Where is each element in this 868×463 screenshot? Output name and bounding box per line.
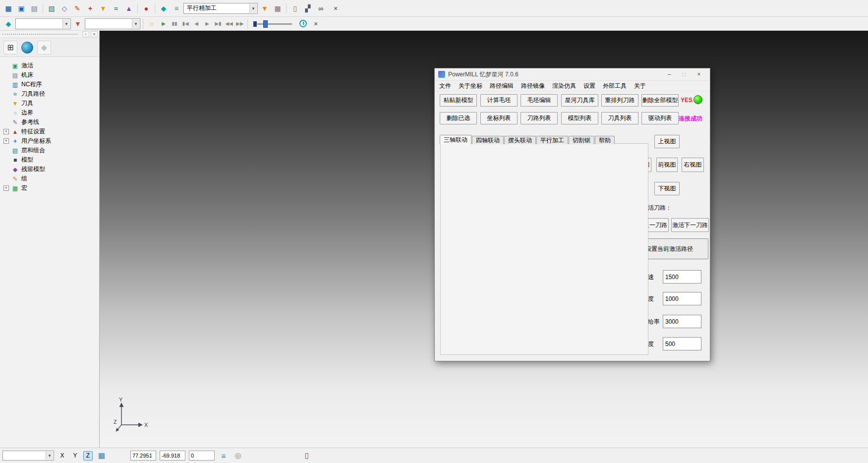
expander-icon[interactable]: + [3, 129, 9, 134]
compute-stock-button[interactable]: 计算毛坯 [480, 94, 518, 107]
sidebar-item-boundaries[interactable]: 边界 [1, 108, 98, 117]
view-top-button[interactable]: 上视图 [654, 135, 680, 148]
tool-list-button[interactable]: 刀具列表 [601, 112, 638, 124]
pause-icon[interactable]: ▮▮ [170, 18, 179, 30]
expander-icon[interactable]: + [3, 185, 9, 191]
menu-coordinates[interactable]: 关于坐标 [459, 82, 482, 90]
spindle-speed-input[interactable] [663, 270, 701, 284]
calculator-icon[interactable] [272, 2, 284, 14]
tab-3axis[interactable]: 三轴联动 [440, 135, 471, 144]
tool-wizard-icon[interactable] [259, 2, 271, 14]
sidebar-item-workplanes[interactable]: +用户坐标系 [1, 136, 98, 146]
feature-icon[interactable] [123, 2, 135, 14]
view-right-button[interactable]: 右视图 [682, 158, 704, 172]
workplane-icon[interactable] [84, 2, 96, 14]
sidebar-item-nc-programs[interactable]: NC程序 [1, 80, 98, 89]
panel-pin-icon[interactable]: ▫ [82, 31, 89, 37]
coordinate-y-field[interactable]: -69.918 [160, 451, 185, 461]
expander-icon[interactable] [3, 148, 9, 153]
sidebar-item-models[interactable]: 模型 [1, 155, 98, 165]
expander-icon[interactable] [3, 119, 9, 125]
minimize-button[interactable]: – [662, 68, 677, 80]
powermill-icon[interactable] [158, 2, 170, 14]
dialog-titlebar[interactable]: PowerMILL 忆梦星河 7.0.6 – □ × [435, 68, 710, 81]
cutting-feed-input[interactable] [663, 292, 701, 305]
sidebar-item-tools[interactable]: 刀具 [1, 99, 98, 108]
search-icon[interactable] [315, 2, 327, 14]
menu-about[interactable]: 关于 [634, 82, 646, 90]
skim-feed-input[interactable] [663, 315, 701, 328]
active-tool-icon[interactable] [72, 18, 84, 30]
panel-grip[interactable]: ▫ × [0, 31, 99, 38]
x-axis-button[interactable]: X [58, 451, 67, 461]
plunge-feed-input[interactable] [663, 337, 701, 350]
sidebar-item-macros[interactable]: +宏 [1, 183, 98, 193]
boundary-icon[interactable] [58, 2, 70, 14]
stock-edit-button[interactable]: 毛坯编辑 [521, 94, 558, 107]
z-axis-button[interactable]: Z [83, 451, 93, 461]
macro-icon[interactable] [140, 2, 152, 14]
block-icon[interactable] [46, 2, 58, 14]
tab-help[interactable]: 帮助 [595, 136, 615, 144]
expander-icon[interactable] [3, 82, 9, 87]
rewind-icon[interactable]: ◀◀ [224, 18, 234, 30]
maximize-button[interactable]: □ [677, 68, 692, 80]
toolpath-list-button[interactable]: 刀路列表 [521, 112, 558, 124]
menu-path-mirror[interactable]: 路径镜像 [521, 82, 545, 90]
cursor-position-icon[interactable]: ◎ [232, 450, 243, 461]
toolbar-close-icon[interactable]: × [330, 2, 342, 14]
display-icon[interactable]: ▯ [301, 450, 312, 461]
tab-saw[interactable]: 切割锯 [569, 136, 594, 144]
menu-settings[interactable]: 设置 [583, 82, 595, 90]
expander-icon[interactable] [3, 101, 9, 106]
paste-model-button[interactable]: 粘贴新模型 [440, 94, 477, 107]
sim-tool-dropdown[interactable]: ▾ [85, 18, 140, 29]
sidebar-item-toolpaths[interactable]: 刀具路径 [1, 89, 98, 99]
toolpath-icon[interactable] [110, 2, 122, 14]
fast-forward-icon[interactable]: ▶▶ [235, 18, 245, 30]
close-button[interactable]: × [692, 68, 706, 80]
clock-icon[interactable] [297, 18, 309, 30]
globe-icon[interactable] [21, 42, 33, 54]
chevron-down-icon[interactable]: ▾ [46, 452, 53, 460]
expander-icon[interactable] [3, 63, 9, 68]
coord-list-button[interactable]: 坐标列表 [480, 112, 518, 124]
menu-render-simulation[interactable]: 渲染仿真 [552, 82, 576, 90]
save-icon[interactable] [15, 2, 27, 14]
play-icon[interactable]: ▶ [159, 18, 169, 30]
chevron-down-icon[interactable]: ▾ [249, 4, 257, 13]
expander-icon[interactable]: + [3, 138, 9, 144]
sidebar-item-patterns[interactable]: 参考线 [1, 117, 98, 127]
tools-icon[interactable] [302, 2, 314, 14]
drive-list-button[interactable]: 驱动列表 [641, 112, 679, 124]
menu-file[interactable]: 文件 [439, 82, 451, 90]
expander-icon[interactable] [3, 110, 9, 116]
toolbar-close-icon[interactable]: × [310, 18, 322, 30]
tool-library-button[interactable]: 星河刀具库 [561, 94, 598, 107]
step-end-icon[interactable]: ▶▮ [213, 18, 223, 30]
sidebar-item-stock-models[interactable]: 残留模型 [1, 165, 98, 174]
activate-next-button[interactable]: 激活下一刀路 [671, 218, 709, 232]
workplane-dropdown[interactable]: ▾ [2, 451, 54, 461]
sidebar-item-groups[interactable]: 组 [1, 174, 98, 183]
sidebar-item-levels-and-sets[interactable]: 层和组合 [1, 146, 98, 155]
expander-icon[interactable] [3, 176, 9, 181]
sim-toolpath-dropdown[interactable]: ▾ [15, 18, 71, 29]
tab-parallel[interactable]: 平行加工 [536, 136, 568, 144]
strategy-dropdown[interactable]: 平行精加工 ▾ [183, 3, 258, 14]
slider-handle[interactable] [263, 20, 268, 28]
delete-all-models-button[interactable]: 删除全部模型 [641, 94, 679, 107]
grid-icon[interactable]: ▦ [96, 450, 107, 461]
expander-icon[interactable] [3, 72, 9, 78]
expander-icon[interactable] [3, 157, 9, 163]
sidebar-item-feature-sets[interactable]: +特征设置 [1, 127, 98, 136]
simulation-speed-slider[interactable] [252, 19, 294, 29]
step-back-icon[interactable]: ◀ [191, 18, 201, 30]
coordinate-x-field[interactable]: 77.2951 [130, 451, 156, 461]
session-icon[interactable] [2, 2, 14, 14]
y-axis-button[interactable]: Y [70, 451, 80, 461]
sidebar-item-machine-tool[interactable]: 机床 [1, 70, 98, 80]
favorites-icon[interactable] [37, 41, 51, 55]
chevron-down-icon[interactable]: ▾ [132, 19, 139, 28]
view-front-button[interactable]: 前视图 [656, 158, 678, 172]
